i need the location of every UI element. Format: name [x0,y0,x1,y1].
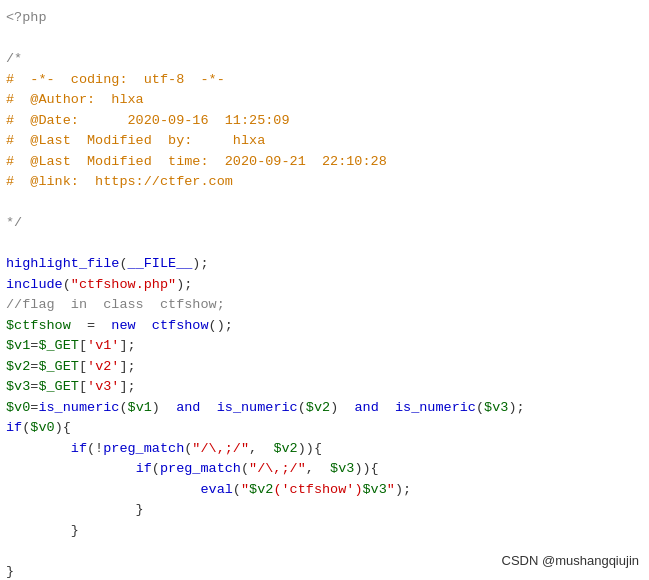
line-comment-start: /* [6,49,643,70]
line-comment-lastby: # @Last Modified by: hlxa [6,131,643,152]
line-if-preg1: if(!preg_match("/\,;/", $v2)){ [6,439,643,460]
line-php-open: <?php [6,8,643,29]
line-v2: $v2=$_GET['v2']; [6,357,643,378]
line-blank1 [6,29,643,50]
line-comment-link: # @link: https://ctfer.com [6,172,643,193]
line-if-v0: if($v0){ [6,418,643,439]
watermark: CSDN @mushangqiujin [502,551,639,571]
line-v1: $v1=$_GET['v1']; [6,336,643,357]
line-comment-author: # @Author: hlxa [6,90,643,111]
line-flag-comment: //flag in class ctfshow; [6,295,643,316]
line-close-inner: } [6,500,643,521]
code-editor: <?php /* # -*- coding: utf-8 -*- # @Auth… [0,0,649,580]
line-if-preg2: if(preg_match("/\,;/", $v3)){ [6,459,643,480]
line-include: include("ctfshow.php"); [6,275,643,296]
line-eval: eval("$v2('ctfshow')$v3"); [6,480,643,501]
line-v3: $v3=$_GET['v3']; [6,377,643,398]
line-ctfshow-var: $ctfshow = new ctfshow(); [6,316,643,337]
line-comment-end: */ [6,213,643,234]
line-comment-lasttime: # @Last Modified time: 2020-09-21 22:10:… [6,152,643,173]
line-comment-coding: # -*- coding: utf-8 -*- [6,70,643,91]
line-comment-date: # @Date: 2020-09-16 11:25:09 [6,111,643,132]
line-close-outer: } [6,521,643,542]
line-blank2 [6,193,643,214]
line-highlight-file: highlight_file(__FILE__); [6,254,643,275]
line-v0: $v0=is_numeric($v1) and is_numeric($v2) … [6,398,643,419]
line-blank3 [6,234,643,255]
